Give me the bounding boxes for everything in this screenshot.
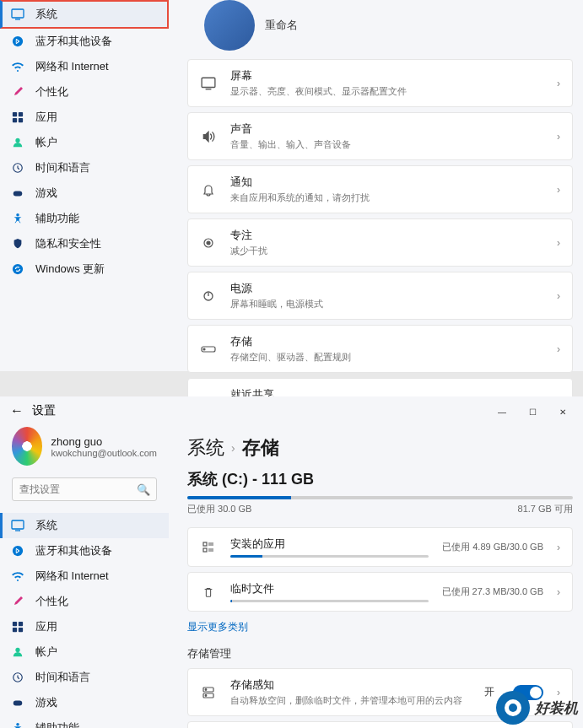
toggle-state: 开 xyxy=(484,685,494,699)
sidebar-item-windows-update[interactable]: Windows 更新 xyxy=(0,256,169,282)
sidebar-item-label: 系统 xyxy=(35,518,57,533)
card-sub: 屏幕和睡眠，电源模式 xyxy=(230,298,543,310)
card-sub: 来自应用和系统的通知，请勿打扰 xyxy=(230,191,543,204)
sidebar-item-label: 时间和语言 xyxy=(35,160,90,175)
svg-rect-5 xyxy=(19,118,23,122)
sidebar-item-network[interactable]: 网络和 Internet xyxy=(0,564,169,589)
watermark-logo xyxy=(496,691,530,725)
accessibility-icon xyxy=(10,720,25,728)
svg-rect-27 xyxy=(13,700,23,705)
card-focus[interactable]: 专注 减少干扰 › xyxy=(187,218,573,267)
sidebar-item-label: 系统 xyxy=(35,7,57,22)
monitor-icon xyxy=(10,7,25,22)
svg-rect-23 xyxy=(13,628,17,632)
drive-usage-bar xyxy=(187,496,573,499)
sidebar-item-gaming[interactable]: 游戏 xyxy=(0,690,169,715)
storage-item-temp[interactable]: 临时文件 已使用 27.3 MB/30.0 GB › xyxy=(187,572,573,612)
sidebar-item-time-language[interactable]: 时间和语言 xyxy=(0,665,169,690)
rename-link[interactable]: 重命名 xyxy=(265,18,298,33)
sidebar-item-personalization[interactable]: 个性化 xyxy=(0,79,169,105)
maximize-button[interactable]: ☐ xyxy=(519,402,546,422)
show-more-link[interactable]: 显示更多类别 xyxy=(187,617,573,646)
sidebar-item-label: 网络和 Internet xyxy=(35,569,109,584)
apps-icon xyxy=(10,619,25,634)
sidebar-item-label: 应用 xyxy=(35,619,57,634)
svg-point-33 xyxy=(205,688,207,690)
sidebar-item-gaming[interactable]: 游戏 xyxy=(0,181,169,206)
apps-list-icon xyxy=(200,539,217,556)
close-button[interactable]: ✕ xyxy=(549,402,576,422)
card-sub: 自动释放空间，删除临时文件，并管理本地可用的云内容 xyxy=(230,694,471,707)
sidebar-item-label: 辅助功能 xyxy=(35,720,79,728)
chevron-right-icon: › xyxy=(231,441,235,455)
svg-rect-2 xyxy=(13,112,17,116)
sidebar-item-system[interactable]: 系统 xyxy=(0,513,169,538)
bluetooth-icon xyxy=(10,543,25,558)
sidebar-item-bluetooth[interactable]: 蓝牙和其他设备 xyxy=(0,538,169,564)
svg-point-16 xyxy=(203,348,205,350)
svg-rect-30 xyxy=(203,548,207,552)
sidebar-item-accounts[interactable]: 帐户 xyxy=(0,639,169,665)
sidebar-item-apps[interactable]: 应用 xyxy=(0,614,169,639)
profile-block[interactable]: zhong guo kwokchung@outlook.com xyxy=(0,425,169,477)
sidebar-item-label: Windows 更新 xyxy=(35,262,105,277)
apps-icon xyxy=(10,110,25,125)
bluetooth-icon xyxy=(10,34,25,49)
sidebar-item-label: 应用 xyxy=(35,110,57,125)
sidebar-item-label: 游戏 xyxy=(35,695,57,710)
card-power[interactable]: 电源 屏幕和睡眠，电源模式 › xyxy=(187,272,573,320)
sidebar-item-network[interactable]: 网络和 Internet xyxy=(0,54,169,79)
card-sub: 音量、输出、输入、声音设备 xyxy=(230,138,543,151)
card-sub: 显示器、亮度、夜间模式、显示器配置文件 xyxy=(230,85,543,98)
wifi-icon xyxy=(10,569,25,584)
sidebar-item-accounts[interactable]: 帐户 xyxy=(0,130,169,155)
sidebar-item-time-language[interactable]: 时间和语言 xyxy=(0,155,169,181)
search-box: 🔍 xyxy=(12,477,157,501)
card-sound[interactable]: 声音 音量、输出、输入、声音设备 › xyxy=(187,112,573,160)
sidebar-item-accessibility[interactable]: 辅助功能 xyxy=(0,206,169,231)
search-icon: 🔍 xyxy=(137,483,150,496)
svg-point-9 xyxy=(16,213,19,217)
person-icon xyxy=(10,644,25,660)
card-sub: 存储空间、驱动器、配置规则 xyxy=(230,351,543,364)
back-button[interactable]: ← xyxy=(10,403,24,418)
svg-point-25 xyxy=(15,648,19,652)
svg-rect-21 xyxy=(13,622,17,626)
breadcrumb-root[interactable]: 系统 xyxy=(187,435,224,461)
storage-icon xyxy=(200,341,217,358)
card-notifications[interactable]: 通知 来自应用和系统的通知，请勿打扰 › xyxy=(187,165,573,213)
chevron-right-icon: › xyxy=(557,184,560,196)
power-icon xyxy=(200,288,217,305)
sidebar-item-accessibility[interactable]: 辅助功能 xyxy=(0,715,169,728)
svg-point-10 xyxy=(13,264,23,274)
app-title: 设置 xyxy=(32,403,56,418)
chevron-right-icon: › xyxy=(557,586,560,598)
sidebar-item-apps[interactable]: 应用 xyxy=(0,105,169,130)
watermark-text: 好装机 xyxy=(535,698,578,718)
search-input[interactable] xyxy=(12,477,157,501)
chevron-right-icon: › xyxy=(557,131,560,143)
card-title: 通知 xyxy=(230,175,543,190)
chevron-right-icon: › xyxy=(557,542,560,553)
monitor-icon xyxy=(200,75,217,92)
drive-free: 81.7 GB 可用 xyxy=(518,503,573,515)
card-storage[interactable]: 存储 存储空间、驱动器、配置规则 › xyxy=(187,325,573,373)
minimize-button[interactable]: — xyxy=(489,402,516,422)
drive-used: 已使用 30.0 GB xyxy=(187,503,251,515)
brush-icon xyxy=(10,84,25,100)
storage-item-apps[interactable]: 安装的应用 已使用 4.89 GB/30.0 GB › xyxy=(187,527,573,567)
svg-rect-8 xyxy=(13,191,23,196)
focus-icon xyxy=(200,235,217,251)
sidebar-item-system[interactable]: 系统 xyxy=(0,0,169,29)
brush-icon xyxy=(10,594,25,609)
svg-point-13 xyxy=(207,241,210,245)
sidebar-item-privacy[interactable]: 隐私和安全性 xyxy=(0,231,169,256)
update-icon xyxy=(10,262,25,277)
game-icon xyxy=(10,186,25,201)
card-display[interactable]: 屏幕 显示器、亮度、夜间模式、显示器配置文件 › xyxy=(187,59,573,107)
sidebar-item-label: 蓝牙和其他设备 xyxy=(35,34,112,49)
breadcrumb: 系统 › 存储 xyxy=(187,430,573,469)
sidebar-item-personalization[interactable]: 个性化 xyxy=(0,589,169,614)
sidebar-item-bluetooth[interactable]: 蓝牙和其他设备 xyxy=(0,29,169,54)
chevron-right-icon: › xyxy=(557,237,560,249)
